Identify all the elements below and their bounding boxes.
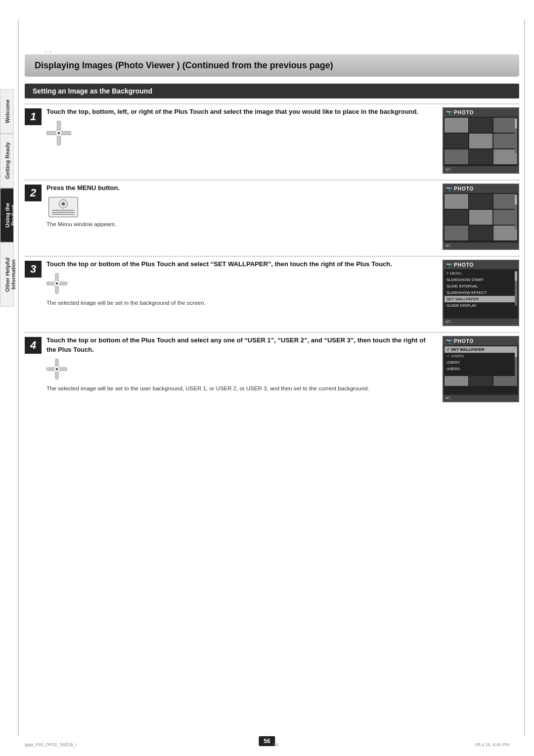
step-4-badge: 4: [25, 337, 42, 354]
photo-cell: [469, 134, 493, 148]
footer-right: 05.4.15, 4:45 PM: [475, 742, 509, 747]
step-2-main-text: Press the MENU button.: [46, 184, 437, 193]
menu-item-guide-display: GUIDE DISPLAY: [445, 302, 517, 309]
step3-separator: [25, 256, 519, 257]
photo-cell: [493, 226, 517, 240]
main-content: ○○ Displaying Images (Photo Viewer ) (Co…: [20, 20, 524, 736]
step2-separator: [25, 180, 519, 181]
screen-camera-icon: 📷: [446, 110, 452, 115]
plus-touch-icon-step3: [46, 273, 67, 294]
step-4: 4 Touch the top or bottom of the Plus To…: [25, 336, 519, 402]
sidebar-item-using-product[interactable]: Using the Product: [0, 188, 14, 242]
menu-button-mock: [48, 197, 78, 217]
plus-touch-icon-step1: [46, 121, 71, 145]
page-header: Displaying Images (Photo Viewer ) (Conti…: [25, 54, 519, 77]
plus-touch-icon-step4: [46, 359, 67, 379]
photo-cell: [445, 210, 468, 225]
footer-info: giga_F60_OP52_59(E)å_ì 56 05.4.15, 4:45 …: [25, 742, 509, 747]
menu-item-slideshow-start: SLIDESHOW START: [445, 277, 517, 283]
photo-cell: [469, 194, 493, 209]
step-2-sub-text: The Menu window appears.: [46, 220, 437, 228]
step-1-main-text: Touch the top, bottom, left, or right of…: [46, 107, 437, 117]
screen-camera-icon-2: 📷: [446, 186, 452, 191]
section-header: Setting an Image as the Background: [25, 84, 519, 98]
photo-cell: [445, 149, 468, 164]
menu-item-slideshow-effect: SLIDESHOW EFFECT: [445, 289, 517, 296]
footer-left: giga_F60_OP52_59(E)å_ì: [25, 742, 77, 747]
wp-item-user1: ✓ USER1: [445, 353, 517, 359]
photo-cell: [493, 194, 517, 209]
photo-cell: [493, 210, 517, 225]
screen-footer-text-3: A²¡: [445, 320, 451, 324]
step-2-badge: 2: [25, 185, 42, 201]
photo-cell: [469, 376, 493, 386]
step-1: 1 Touch the top, bottom, left, or right …: [25, 107, 519, 174]
corner-decoration: ○○: [44, 49, 52, 55]
photo-cell: [445, 118, 468, 133]
photo-cell: [493, 134, 517, 148]
photo-cell: [469, 226, 493, 240]
screen-camera-icon-3: 📷: [446, 262, 452, 268]
side-tabs: Welcome Getting Ready Using the Product …: [0, 89, 14, 307]
wp-item-set-wallpaper: ✓ SET WALLPAPER: [445, 346, 517, 353]
sidebar-item-welcome[interactable]: Welcome: [0, 89, 14, 134]
step1-separator: [25, 103, 519, 104]
screen-footer-text-4: A²¡: [445, 396, 451, 400]
menu-item-slide-interval: SLIDE INTERVAL: [445, 283, 517, 289]
photo-cell: [445, 226, 468, 240]
step-3-badge: 3: [25, 261, 42, 278]
photo-cell: [493, 118, 517, 133]
sidebar-item-getting-ready[interactable]: Getting Ready: [0, 134, 14, 188]
photo-cell: [469, 149, 493, 164]
step4-separator: [25, 332, 519, 333]
step-2: 2 Press the MENU button. The Menu window…: [25, 184, 519, 250]
screen-mock-step3: 📷 PHOTO ≡ MENU SLIDESHOW START SLIDE INT…: [443, 260, 519, 326]
sidebar-item-other-info[interactable]: Other Helpful Information: [0, 242, 14, 307]
photo-cell: [469, 210, 493, 225]
step-3: 3 Touch the top or bottom of the Plus To…: [25, 260, 519, 326]
step-3-main-text: Touch the top or bottom of the Plus Touc…: [46, 260, 437, 269]
screen-mock-step1: 📷 PHOTO: [443, 107, 519, 174]
page-title: Displaying Images (Photo Viewer ) (Conti…: [35, 60, 509, 71]
screen-camera-icon-4: 📷: [446, 338, 452, 344]
photo-cell: [445, 194, 468, 209]
menu-item-set-wallpaper: SET WALLPAPER: [445, 296, 517, 302]
screen-mock-step2: 📷 PHOTO: [443, 184, 519, 250]
menu-header-row: ≡ MENU: [445, 270, 517, 277]
photo-cell: [469, 118, 493, 133]
binding-line-right: [524, 20, 525, 736]
screen-footer-text-2: A²¡: [445, 243, 451, 248]
photo-cell: [493, 149, 517, 164]
photo-cell: [445, 376, 468, 386]
wp-item-user3: USER3: [445, 366, 517, 372]
step-4-sub-text: The selected image will be set to the us…: [46, 384, 437, 392]
binding-line-left: [18, 20, 19, 736]
wp-item-user2: USER2: [445, 359, 517, 366]
step-3-sub-text: The selected image will be set in the ba…: [46, 299, 437, 307]
screen-footer-text: A²¡: [445, 167, 451, 172]
photo-cell: [445, 134, 468, 148]
photo-cell: [493, 376, 517, 386]
step-1-badge: 1: [25, 108, 42, 125]
footer-center: 56: [273, 742, 278, 747]
step-4-main-text: Touch the top or bottom of the Plus Touc…: [46, 336, 437, 355]
screen-mock-step4: 📷 PHOTO ✓ SET WALLPAPER ✓ USER1 USER2: [443, 336, 519, 402]
